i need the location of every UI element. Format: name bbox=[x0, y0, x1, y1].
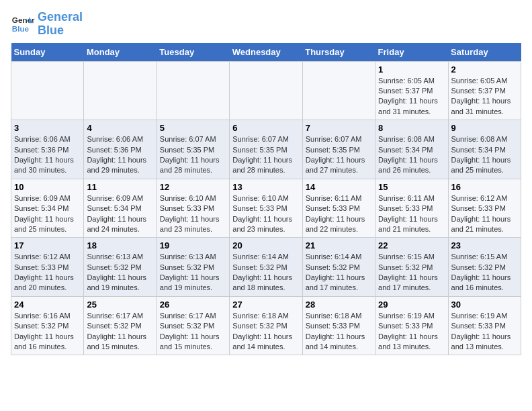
day-number: 10 bbox=[14, 182, 81, 192]
day-number: 20 bbox=[232, 240, 299, 250]
day-info: Sunrise: 6:09 AM Sunset: 5:34 PM Dayligh… bbox=[14, 193, 81, 235]
calendar-cell: 19Sunrise: 6:13 AM Sunset: 5:32 PM Dayli… bbox=[157, 238, 229, 297]
header: General Blue General Blue bbox=[11, 11, 521, 38]
day-number: 7 bbox=[306, 123, 372, 133]
calendar-cell: 16Sunrise: 6:12 AM Sunset: 5:33 PM Dayli… bbox=[448, 179, 521, 238]
calendar-cell: 26Sunrise: 6:17 AM Sunset: 5:32 PM Dayli… bbox=[157, 296, 229, 355]
calendar-cell: 13Sunrise: 6:10 AM Sunset: 5:33 PM Dayli… bbox=[230, 179, 302, 238]
column-header-friday: Friday bbox=[375, 43, 448, 62]
day-number: 5 bbox=[160, 123, 226, 133]
day-info: Sunrise: 6:17 AM Sunset: 5:32 PM Dayligh… bbox=[87, 311, 153, 353]
day-number: 30 bbox=[451, 300, 518, 310]
calendar-table: SundayMondayTuesdayWednesdayThursdayFrid… bbox=[11, 43, 521, 356]
svg-text:Blue: Blue bbox=[12, 24, 30, 33]
day-number: 18 bbox=[87, 240, 153, 250]
calendar-cell bbox=[84, 61, 157, 120]
day-number: 21 bbox=[306, 240, 372, 250]
calendar-cell: 10Sunrise: 6:09 AM Sunset: 5:34 PM Dayli… bbox=[11, 179, 84, 238]
calendar-cell: 24Sunrise: 6:16 AM Sunset: 5:32 PM Dayli… bbox=[11, 296, 84, 355]
day-info: Sunrise: 6:16 AM Sunset: 5:32 PM Dayligh… bbox=[14, 311, 81, 353]
calendar-cell: 17Sunrise: 6:12 AM Sunset: 5:33 PM Dayli… bbox=[11, 238, 84, 297]
week-row-5: 24Sunrise: 6:16 AM Sunset: 5:32 PM Dayli… bbox=[11, 296, 521, 355]
day-number: 26 bbox=[160, 300, 226, 310]
logo-line2: Blue bbox=[38, 24, 83, 38]
day-number: 1 bbox=[378, 64, 445, 75]
column-header-monday: Monday bbox=[84, 43, 157, 62]
day-info: Sunrise: 6:13 AM Sunset: 5:32 PM Dayligh… bbox=[160, 252, 226, 293]
day-info: Sunrise: 6:11 AM Sunset: 5:33 PM Dayligh… bbox=[378, 193, 445, 235]
calendar-header-row: SundayMondayTuesdayWednesdayThursdayFrid… bbox=[11, 43, 521, 62]
day-number: 14 bbox=[306, 182, 372, 192]
day-info: Sunrise: 6:05 AM Sunset: 5:37 PM Dayligh… bbox=[451, 76, 518, 118]
day-number: 3 bbox=[14, 123, 81, 133]
day-number: 28 bbox=[306, 300, 372, 310]
calendar-cell bbox=[11, 61, 84, 120]
day-info: Sunrise: 6:10 AM Sunset: 5:33 PM Dayligh… bbox=[232, 193, 299, 235]
day-info: Sunrise: 6:09 AM Sunset: 5:34 PM Dayligh… bbox=[87, 193, 153, 235]
calendar-cell: 30Sunrise: 6:19 AM Sunset: 5:33 PM Dayli… bbox=[448, 296, 521, 355]
day-number: 23 bbox=[451, 240, 518, 250]
day-info: Sunrise: 6:18 AM Sunset: 5:33 PM Dayligh… bbox=[306, 311, 372, 353]
calendar-cell: 23Sunrise: 6:15 AM Sunset: 5:32 PM Dayli… bbox=[448, 238, 521, 297]
svg-text:General: General bbox=[12, 15, 35, 24]
calendar-cell: 25Sunrise: 6:17 AM Sunset: 5:32 PM Dayli… bbox=[84, 296, 157, 355]
calendar-cell: 14Sunrise: 6:11 AM Sunset: 5:33 PM Dayli… bbox=[302, 179, 375, 238]
week-row-2: 3Sunrise: 6:06 AM Sunset: 5:36 PM Daylig… bbox=[11, 120, 521, 179]
calendar-cell: 29Sunrise: 6:19 AM Sunset: 5:33 PM Dayli… bbox=[375, 296, 448, 355]
day-info: Sunrise: 6:08 AM Sunset: 5:34 PM Dayligh… bbox=[378, 134, 445, 176]
calendar-cell: 9Sunrise: 6:08 AM Sunset: 5:34 PM Daylig… bbox=[448, 120, 521, 179]
calendar-cell: 6Sunrise: 6:07 AM Sunset: 5:35 PM Daylig… bbox=[230, 120, 302, 179]
logo: General Blue General Blue bbox=[11, 11, 83, 38]
day-info: Sunrise: 6:14 AM Sunset: 5:32 PM Dayligh… bbox=[232, 252, 299, 293]
day-info: Sunrise: 6:15 AM Sunset: 5:32 PM Dayligh… bbox=[378, 252, 445, 293]
day-number: 12 bbox=[160, 182, 226, 192]
day-info: Sunrise: 6:12 AM Sunset: 5:33 PM Dayligh… bbox=[14, 252, 81, 293]
column-header-wednesday: Wednesday bbox=[230, 43, 302, 62]
day-info: Sunrise: 6:07 AM Sunset: 5:35 PM Dayligh… bbox=[160, 134, 226, 176]
calendar-cell: 28Sunrise: 6:18 AM Sunset: 5:33 PM Dayli… bbox=[302, 296, 375, 355]
day-info: Sunrise: 6:07 AM Sunset: 5:35 PM Dayligh… bbox=[306, 134, 372, 176]
day-info: Sunrise: 6:18 AM Sunset: 5:32 PM Dayligh… bbox=[232, 311, 299, 353]
calendar-cell bbox=[157, 61, 229, 120]
day-number: 29 bbox=[378, 300, 445, 310]
calendar-cell: 4Sunrise: 6:06 AM Sunset: 5:36 PM Daylig… bbox=[84, 120, 157, 179]
day-number: 19 bbox=[160, 240, 226, 250]
column-header-saturday: Saturday bbox=[448, 43, 521, 62]
calendar-cell bbox=[230, 61, 302, 120]
day-number: 9 bbox=[451, 123, 518, 133]
day-number: 22 bbox=[378, 240, 445, 250]
day-info: Sunrise: 6:11 AM Sunset: 5:33 PM Dayligh… bbox=[306, 193, 372, 235]
week-row-4: 17Sunrise: 6:12 AM Sunset: 5:33 PM Dayli… bbox=[11, 238, 521, 297]
calendar-cell: 21Sunrise: 6:14 AM Sunset: 5:32 PM Dayli… bbox=[302, 238, 375, 297]
day-info: Sunrise: 6:06 AM Sunset: 5:36 PM Dayligh… bbox=[14, 134, 81, 176]
day-info: Sunrise: 6:15 AM Sunset: 5:32 PM Dayligh… bbox=[451, 252, 518, 293]
day-number: 8 bbox=[378, 123, 445, 133]
day-info: Sunrise: 6:14 AM Sunset: 5:32 PM Dayligh… bbox=[306, 252, 372, 293]
day-number: 24 bbox=[14, 300, 81, 310]
day-info: Sunrise: 6:19 AM Sunset: 5:33 PM Dayligh… bbox=[451, 311, 518, 353]
calendar-cell: 3Sunrise: 6:06 AM Sunset: 5:36 PM Daylig… bbox=[11, 120, 84, 179]
day-info: Sunrise: 6:10 AM Sunset: 5:33 PM Dayligh… bbox=[160, 193, 226, 235]
calendar-cell: 15Sunrise: 6:11 AM Sunset: 5:33 PM Dayli… bbox=[375, 179, 448, 238]
calendar-cell bbox=[302, 61, 375, 120]
calendar-cell: 12Sunrise: 6:10 AM Sunset: 5:33 PM Dayli… bbox=[157, 179, 229, 238]
day-number: 11 bbox=[87, 182, 153, 192]
day-info: Sunrise: 6:08 AM Sunset: 5:34 PM Dayligh… bbox=[451, 134, 518, 176]
day-info: Sunrise: 6:05 AM Sunset: 5:37 PM Dayligh… bbox=[378, 76, 445, 118]
week-row-1: 1Sunrise: 6:05 AM Sunset: 5:37 PM Daylig… bbox=[11, 61, 521, 120]
week-row-3: 10Sunrise: 6:09 AM Sunset: 5:34 PM Dayli… bbox=[11, 179, 521, 238]
day-info: Sunrise: 6:13 AM Sunset: 5:32 PM Dayligh… bbox=[87, 252, 153, 293]
day-number: 13 bbox=[232, 182, 299, 192]
day-number: 6 bbox=[232, 123, 299, 133]
calendar-cell: 18Sunrise: 6:13 AM Sunset: 5:32 PM Dayli… bbox=[84, 238, 157, 297]
day-number: 17 bbox=[14, 240, 81, 250]
day-info: Sunrise: 6:17 AM Sunset: 5:32 PM Dayligh… bbox=[160, 311, 226, 353]
calendar-cell: 7Sunrise: 6:07 AM Sunset: 5:35 PM Daylig… bbox=[302, 120, 375, 179]
calendar-cell: 5Sunrise: 6:07 AM Sunset: 5:35 PM Daylig… bbox=[157, 120, 229, 179]
calendar-cell: 8Sunrise: 6:08 AM Sunset: 5:34 PM Daylig… bbox=[375, 120, 448, 179]
day-number: 27 bbox=[232, 300, 299, 310]
day-info: Sunrise: 6:06 AM Sunset: 5:36 PM Dayligh… bbox=[87, 134, 153, 176]
column-header-sunday: Sunday bbox=[11, 43, 84, 62]
calendar-cell: 2Sunrise: 6:05 AM Sunset: 5:37 PM Daylig… bbox=[448, 61, 521, 120]
day-number: 15 bbox=[378, 182, 445, 192]
